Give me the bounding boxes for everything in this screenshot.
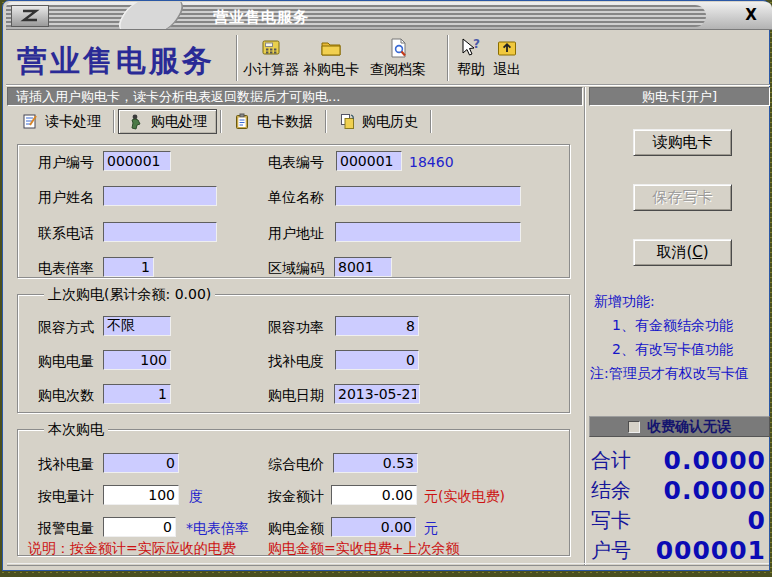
by-energy-label: 按电量计 (38, 488, 94, 506)
area-code-label: 区域编码 (268, 260, 324, 278)
by-energy-suffix: 度 (189, 488, 203, 506)
org-name-label: 单位名称 (268, 189, 324, 207)
total-value: 0.0000 (631, 446, 768, 475)
window-bottom-bevel (7, 563, 769, 566)
history-pages-icon (339, 113, 356, 130)
calculator-button[interactable]: 小计算器 (239, 36, 303, 82)
read-card-icon (22, 113, 39, 130)
user-name-field[interactable] (103, 186, 217, 206)
toolbar-button-label: 退出 (493, 61, 521, 79)
titlebar[interactable]: 营业售电服务 X (6, 2, 772, 30)
phone-field[interactable] (103, 222, 217, 242)
total-row: 合计 0.0000 (589, 445, 768, 475)
total-label: 写卡 (589, 507, 631, 534)
note-right: 购电金额=实收电费+上次余额 (268, 540, 459, 558)
total-value: 000001 (631, 536, 768, 565)
area-code-field[interactable] (334, 257, 392, 277)
alarm-energy-label: 报警电量 (38, 520, 94, 538)
unit-price-field[interactable] (333, 453, 418, 473)
total-row: 结余 0.0000 (589, 475, 768, 505)
pane-divider (584, 87, 586, 565)
toolbar-button-label: 补购电卡 (303, 61, 359, 79)
confirm-checkbox[interactable] (628, 421, 640, 433)
toolbar-separator (236, 35, 238, 81)
alarm-energy-input[interactable] (103, 517, 176, 537)
read-purchase-card-button[interactable]: 读购电卡 (633, 129, 732, 156)
user-id-field[interactable] (103, 151, 171, 171)
by-amount-input[interactable] (331, 485, 417, 505)
adjust-energy-field[interactable] (103, 453, 179, 473)
page-title: 营业售电服务 (17, 41, 215, 82)
buy-card-button[interactable]: 补购电卡 (299, 36, 363, 82)
feature-note-0: 新增功能: (594, 293, 655, 311)
toolbar-button-label: 查阅档案 (370, 61, 426, 79)
exit-icon (495, 36, 519, 60)
status-message: 请插入用户购电卡，读卡分析电表返回数据后才可购电... (7, 87, 583, 106)
cancel-button[interactable]: 取消(C) (633, 239, 732, 266)
total-label: 结余 (589, 477, 631, 504)
confirm-bar[interactable]: 收费确认无误 (589, 416, 770, 437)
address-field[interactable] (335, 222, 521, 242)
exit-button[interactable]: 退出 (489, 36, 525, 82)
tab-history[interactable]: 购电历史 (330, 109, 427, 134)
tab-separator (113, 110, 115, 133)
unit-price-label: 综合电价 (268, 456, 324, 474)
count-field[interactable] (103, 384, 171, 404)
adjust-field[interactable] (335, 350, 419, 370)
by-amount-label: 按金额计 (268, 488, 324, 506)
amount-suffix: 元 (424, 520, 438, 538)
tab-purchase[interactable]: 购电处理 (118, 109, 217, 134)
calculator-icon (259, 36, 283, 60)
total-row: 写卡 0 (589, 505, 768, 535)
archive-button[interactable]: 查阅档案 (365, 36, 431, 82)
energy-label: 购电电量 (38, 353, 94, 371)
limit-mode-label: 限容方式 (38, 319, 94, 337)
total-value: 0.0000 (631, 476, 768, 505)
tab-separator (220, 110, 222, 133)
window-title: 营业售电服务 (213, 8, 309, 27)
limit-power-label: 限容功率 (268, 319, 324, 337)
adjust-energy-label: 找补电量 (38, 456, 94, 474)
help-button[interactable]: ? 帮助 (453, 36, 489, 82)
save-write-card-button: 保存写卡 (633, 184, 732, 211)
total-row: 户号 000001 (589, 535, 768, 565)
feature-note-1: 1、有金额结余功能 (612, 317, 733, 335)
user-id-label: 用户编号 (38, 154, 94, 172)
titlebar-stripes (6, 5, 706, 27)
org-name-field[interactable] (335, 186, 521, 206)
adjust-label: 找补电度 (268, 353, 324, 371)
purchase-person-icon (128, 113, 145, 130)
card-data-icon (234, 113, 251, 130)
archive-search-icon (386, 36, 410, 60)
user-name-label: 用户姓名 (38, 189, 94, 207)
by-energy-input[interactable] (103, 485, 179, 505)
limit-power-field[interactable] (335, 316, 419, 336)
limit-mode-field[interactable] (103, 316, 171, 336)
close-button[interactable]: X (742, 6, 760, 24)
tab-label: 购电处理 (151, 113, 207, 131)
last-purchase-title: 上次购电(累计余额: 0.00) (44, 286, 215, 304)
count-label: 购电次数 (38, 387, 94, 405)
desktop: 营业售电服务 X 营业售电服务 小计算器 补购电卡 查阅档案 (0, 0, 772, 577)
meter-id-field[interactable] (336, 151, 402, 171)
app-logo-icon (11, 5, 49, 27)
svg-text:?: ? (473, 37, 480, 51)
tab-label: 电卡数据 (257, 113, 313, 131)
toolbar-button-label: 帮助 (457, 61, 485, 79)
energy-field[interactable] (103, 350, 171, 370)
toolbar-button-label: 小计算器 (243, 61, 299, 79)
tab-read-card[interactable]: 读卡处理 (13, 109, 110, 134)
feature-note-2: 2、有改写卡值功能 (612, 341, 733, 359)
total-label: 合计 (589, 447, 631, 474)
toolbar-separator (447, 35, 449, 81)
tab-card-data[interactable]: 电卡数据 (225, 109, 322, 134)
total-value: 0 (631, 506, 768, 535)
cancel-label-post: ) (703, 243, 709, 261)
cancel-label-pre: 取消( (656, 243, 692, 261)
amount-field[interactable] (331, 517, 416, 537)
address-label: 用户地址 (268, 225, 324, 243)
date-field[interactable] (334, 384, 420, 404)
tab-separator (325, 110, 327, 133)
cancel-accel: C (692, 243, 702, 261)
meter-ratio-field[interactable] (103, 257, 154, 277)
